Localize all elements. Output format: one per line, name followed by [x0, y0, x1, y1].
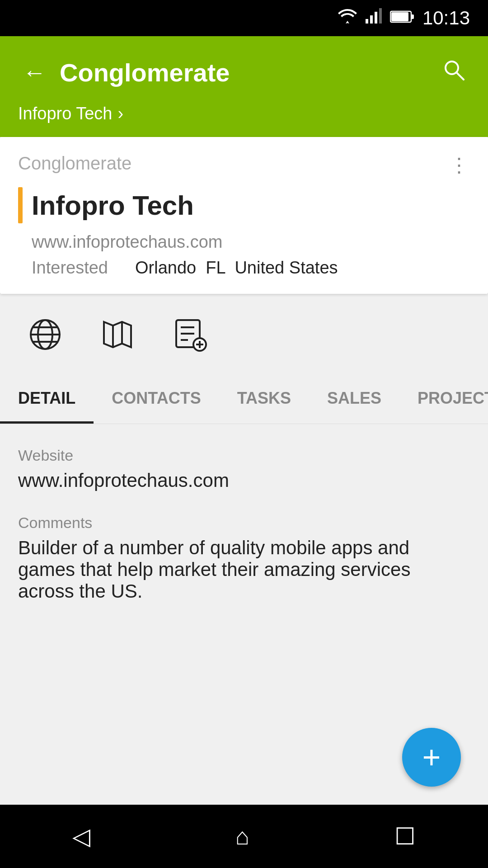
svg-rect-1 — [370, 15, 373, 24]
breadcrumb-chevron-icon: › — [117, 104, 123, 123]
svg-rect-0 — [366, 19, 368, 24]
company-location: Orlando FL United States — [135, 258, 338, 278]
search-button[interactable] — [437, 53, 470, 91]
breadcrumb[interactable]: Infopro Tech › — [18, 95, 470, 137]
action-icons-row — [0, 294, 488, 375]
website-value[interactable]: www.infoprotechaus.com — [18, 470, 470, 491]
svg-rect-6 — [391, 12, 408, 21]
website-field-group: Website www.infoprotechaus.com — [18, 447, 470, 491]
comments-value: Builder of a number of quality mobile ap… — [18, 537, 470, 602]
svg-rect-3 — [379, 8, 382, 24]
accent-bar — [18, 187, 23, 223]
svg-line-8 — [456, 72, 464, 80]
status-time: 10:13 — [422, 7, 470, 29]
bottom-nav: ◁ ⌂ ☐ — [0, 805, 488, 868]
company-website[interactable]: www.infoprotechaus.com — [18, 232, 470, 252]
tab-tasks[interactable]: TASKS — [219, 375, 309, 424]
company-name: Infopro Tech — [32, 190, 194, 221]
wifi-icon — [338, 8, 357, 28]
tabs-bar: DETAIL CONTACTS TASKS SALES PROJECTS — [0, 375, 488, 424]
card-type-label: Conglomerate — [18, 153, 131, 174]
content-area: Website www.infoprotechaus.com Comments … — [0, 424, 488, 647]
breadcrumb-text: Infopro Tech — [18, 104, 112, 123]
nav-recent-button[interactable]: ☐ — [385, 814, 425, 859]
battery-icon — [390, 9, 414, 28]
status-bar: 10:13 — [0, 0, 488, 36]
fab-add-button[interactable]: + — [402, 728, 461, 787]
tab-detail[interactable]: DETAIL — [0, 375, 94, 424]
add-note-button[interactable] — [172, 316, 208, 353]
fab-add-icon: + — [422, 741, 441, 773]
tab-contacts[interactable]: CONTACTS — [94, 375, 219, 424]
tab-sales[interactable]: SALES — [309, 375, 399, 424]
svg-marker-14 — [104, 322, 131, 347]
nav-home-button[interactable]: ⌂ — [226, 814, 258, 859]
comments-field-group: Comments Builder of a number of quality … — [18, 514, 470, 602]
company-card: Conglomerate ⋮ Infopro Tech www.infoprot… — [0, 137, 488, 294]
map-button[interactable] — [99, 316, 136, 353]
globe-button[interactable] — [27, 316, 63, 353]
comments-label: Comments — [18, 514, 470, 532]
app-bar: ← Conglomerate Infopro Tech › — [0, 36, 488, 137]
status-icons: 10:13 — [338, 7, 470, 29]
svg-rect-2 — [375, 12, 377, 24]
page-title: Conglomerate — [60, 58, 437, 87]
tab-projects[interactable]: PROJECTS — [399, 375, 488, 424]
signal-icon — [366, 8, 382, 28]
company-status: Interested — [32, 258, 108, 278]
website-label: Website — [18, 447, 470, 464]
card-menu-button[interactable]: ⋮ — [449, 153, 470, 176]
svg-rect-5 — [411, 14, 414, 19]
back-button[interactable]: ← — [18, 54, 51, 90]
nav-back-button[interactable]: ◁ — [63, 814, 99, 859]
